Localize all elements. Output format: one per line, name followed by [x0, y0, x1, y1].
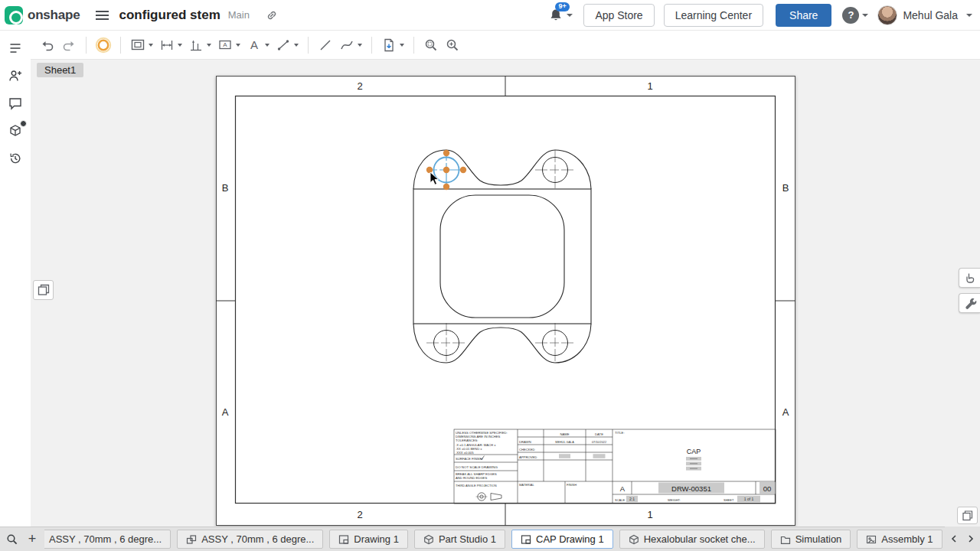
zone-label: 2 — [357, 509, 362, 520]
zone-label: B — [222, 182, 229, 194]
add-tab-button[interactable]: + — [23, 530, 41, 549]
redo-button[interactable] — [58, 34, 80, 56]
sheets-panel-button[interactable] — [957, 507, 978, 524]
title-subfields[interactable] — [686, 457, 701, 471]
tab-label: Drawing 1 — [354, 533, 399, 545]
toolbar-separator — [86, 37, 87, 54]
svg-text:MATERIAL: MATERIAL — [519, 483, 534, 487]
learning-center-button[interactable]: Learning Center — [664, 4, 763, 27]
ordinate-dimension-caret[interactable] — [207, 44, 211, 47]
feature-list-icon — [8, 41, 23, 56]
main-menu-icon[interactable] — [96, 11, 109, 20]
sheet-field[interactable]: 1 of 1 — [744, 497, 754, 501]
dimension-tool-caret[interactable] — [178, 44, 182, 47]
tab-label: Hexalobular socket che... — [644, 533, 756, 545]
app-store-button[interactable]: App Store — [583, 4, 654, 27]
help-button[interactable]: ? — [842, 7, 868, 24]
weight-label: WEIGHT: — [668, 498, 681, 502]
drawing-canvas[interactable]: Sheet1 2 1 2 1 B A B A — [31, 60, 980, 527]
sheets-stack-icon — [37, 283, 51, 297]
onshape-logo[interactable]: onshape — [5, 6, 80, 24]
document-tab-bar: + ASSY , 70mm , 6 degre... ASSY , 70mm ,… — [0, 527, 980, 551]
scale-field[interactable]: 2:1 — [629, 497, 635, 501]
history-icon — [8, 151, 23, 166]
revision-field[interactable]: 00 — [763, 484, 772, 493]
svg-text:THIRD ANGLE PROJECTION: THIRD ANGLE PROJECTION — [456, 484, 497, 487]
centerline-tool-button[interactable] — [273, 34, 294, 56]
zone-label: 1 — [647, 509, 652, 520]
dimension-tool-button[interactable] — [156, 34, 178, 56]
part-title-field[interactable]: CAP — [687, 448, 701, 455]
tab-drawing-1[interactable]: Drawing 1 — [329, 530, 408, 549]
tab-part-studio-1[interactable]: Part Studio 1 — [414, 530, 505, 549]
zoom-fit-button[interactable] — [442, 34, 463, 56]
tab-scroll-controls — [945, 527, 980, 551]
svg-text:DATE: DATE — [595, 432, 603, 436]
zoom-window-button[interactable] — [420, 34, 442, 56]
note-tool-button[interactable]: A — [214, 34, 236, 56]
line-tool-button[interactable] — [315, 34, 336, 56]
pointer-panel-button[interactable] — [959, 268, 980, 288]
insert-view-button[interactable] — [127, 34, 149, 56]
tab-assembly-1[interactable]: ASSY , 70mm , 6 degre... — [44, 530, 171, 549]
field-highlight[interactable] — [593, 454, 606, 458]
sheets-stack-button[interactable] — [33, 280, 54, 300]
circle-tool-icon[interactable] — [93, 34, 114, 56]
tab-label: Part Studio 1 — [439, 533, 496, 545]
spline-tool-button[interactable] — [336, 34, 358, 56]
comments-panel-button[interactable] — [4, 92, 27, 115]
tab-assembly-2[interactable]: ASSY , 70mm , 6 degre... — [177, 530, 323, 549]
app-header: onshape configured stem Main 9+ App Stor… — [0, 0, 980, 31]
text-tool-caret[interactable] — [265, 44, 270, 47]
note-tool-caret[interactable] — [236, 44, 240, 47]
folder-icon — [780, 534, 791, 545]
size-field[interactable]: A — [620, 484, 626, 493]
user-name: Mehul Gala — [903, 9, 958, 21]
text-tool-button[interactable]: A — [243, 34, 265, 56]
part-studio-icon — [423, 534, 434, 545]
getting-started-button[interactable] — [4, 119, 27, 142]
tab-simulation-folder[interactable]: Simulation — [771, 530, 851, 549]
tab-hexalobular-socket[interactable]: Hexalobular socket che... — [619, 530, 765, 549]
drawing-number-field[interactable]: DRW-00351 — [671, 484, 711, 493]
help-icon: ? — [842, 7, 859, 24]
sheet-tab[interactable]: Sheet1 — [37, 63, 83, 77]
zone-label: 1 — [647, 80, 652, 92]
zone-label: A — [222, 406, 229, 418]
tab-assembly-3[interactable]: Assembly 1 — [857, 530, 942, 549]
comment-icon — [8, 96, 23, 111]
drawing-sheet[interactable]: 2 1 2 1 B A B A — [216, 76, 795, 526]
share-button[interactable]: Share — [776, 4, 831, 27]
chevron-down-icon — [567, 14, 573, 17]
toolbar-separator — [308, 37, 309, 54]
document-tabs: ASSY , 70mm , 6 degre... ASSY , 70mm , 6… — [44, 527, 980, 551]
tab-cap-drawing-1[interactable]: CAP Drawing 1 — [511, 530, 613, 549]
insert-view-caret[interactable] — [149, 44, 153, 47]
notifications-button[interactable]: 9+ — [548, 8, 573, 23]
tools-panel-button[interactable] — [959, 293, 980, 313]
versions-history-button[interactable] — [4, 147, 27, 170]
centerline-tool-caret[interactable] — [294, 44, 299, 47]
left-panel-rail — [0, 31, 31, 527]
search-tabs-button[interactable] — [0, 527, 23, 551]
user-menu[interactable]: Mehul Gala — [877, 5, 972, 25]
image-icon — [866, 534, 877, 545]
avatar — [877, 5, 897, 25]
scroll-tabs-right-button[interactable] — [963, 530, 978, 548]
workspace-name[interactable]: Main — [228, 9, 250, 21]
ordinate-dimension-button[interactable] — [185, 34, 207, 56]
export-dxf-caret[interactable] — [400, 44, 404, 47]
document-panel-button[interactable] — [4, 37, 27, 60]
toolbar-separator — [120, 37, 121, 54]
svg-text:APPROVED: APPROVED — [519, 455, 537, 459]
scroll-tabs-left-button[interactable] — [946, 530, 962, 548]
svg-text:NAME: NAME — [560, 432, 569, 436]
share-panel-button[interactable] — [4, 64, 27, 87]
assembly-icon — [186, 534, 197, 545]
field-highlight[interactable] — [559, 454, 570, 458]
undo-button[interactable] — [37, 34, 58, 56]
export-dxf-button[interactable] — [378, 34, 400, 56]
toolbar-separator — [413, 37, 414, 54]
spline-tool-caret[interactable] — [358, 44, 362, 47]
share-link-icon[interactable] — [265, 8, 279, 22]
